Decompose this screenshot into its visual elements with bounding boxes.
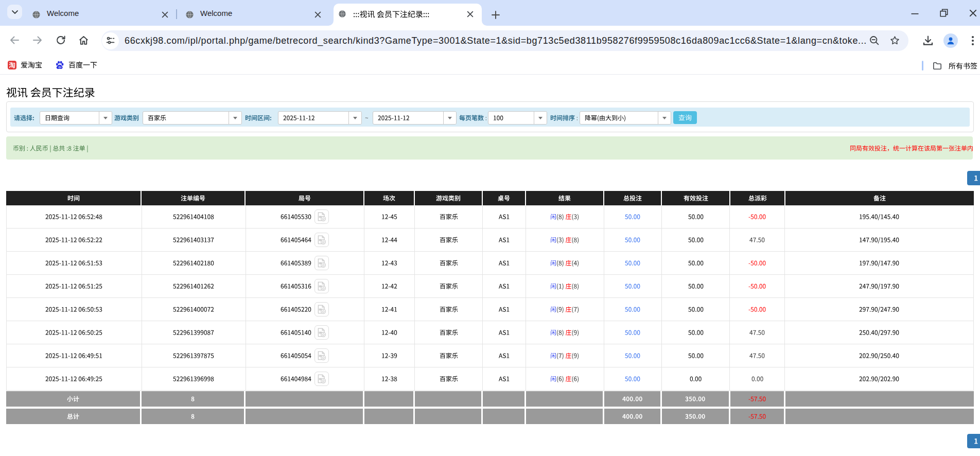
svg-text:du: du bbox=[58, 65, 61, 68]
